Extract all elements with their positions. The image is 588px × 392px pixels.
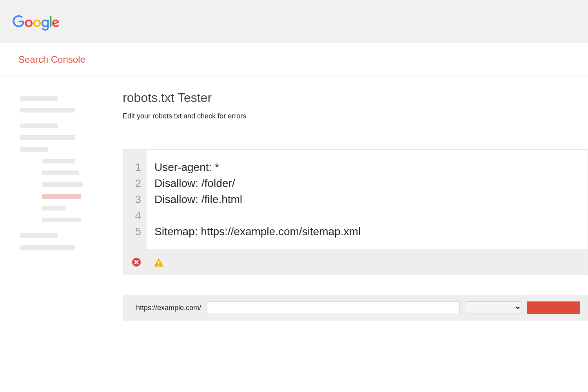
line-number: 2 (123, 175, 147, 191)
code-line[interactable]: Disallow: /folder/ (154, 175, 588, 191)
editor-status-bar (123, 249, 588, 275)
robots-editor[interactable]: 1 2 3 4 5 User-agent: * Disallow: /folde… (123, 149, 588, 249)
page-subtitle: Edit your robots.txt and check for error… (123, 112, 588, 120)
error-icon (132, 258, 141, 267)
warning-icon (154, 258, 164, 267)
code-line[interactable] (154, 207, 588, 223)
sidebar-active-item[interactable] (42, 194, 81, 199)
google-logo (13, 14, 60, 34)
svg-rect-2 (158, 265, 160, 266)
sidebar-skeleton-subitem (42, 218, 81, 222)
sidebar-skeleton-item (20, 96, 58, 101)
svg-rect-1 (158, 261, 160, 264)
code-line[interactable]: User-agent: * (154, 159, 588, 175)
sidebar-skeleton-item (20, 233, 58, 238)
url-test-bar: https://example.com/ (123, 295, 588, 321)
line-number: 3 (123, 191, 147, 207)
test-button[interactable] (527, 301, 580, 314)
sidebar-skeleton-subitem (42, 182, 83, 187)
line-number: 4 (123, 207, 147, 223)
sidebar-skeleton-item (20, 123, 58, 128)
sidebar-skeleton-item (20, 147, 48, 152)
code-line[interactable]: Disallow: /file.html (154, 191, 588, 207)
sidebar-skeleton-item (20, 245, 75, 250)
sidebar-skeleton-subitem (42, 171, 79, 175)
sidebar-skeleton-item (20, 108, 75, 113)
product-name: Search Console (18, 54, 85, 65)
url-path-input[interactable] (207, 301, 460, 314)
sidebar-skeleton-item (20, 135, 75, 140)
page-title: robots.txt Tester (123, 91, 588, 105)
top-bar (0, 0, 588, 43)
line-number: 5 (123, 223, 147, 240)
user-agent-select[interactable] (466, 301, 521, 314)
main-content: robots.txt Tester Edit your robots.txt a… (110, 76, 588, 392)
line-number: 1 (123, 159, 147, 175)
url-prefix: https://example.com/ (136, 304, 201, 312)
editor-gutter: 1 2 3 4 5 (123, 150, 147, 249)
editor-code[interactable]: User-agent: * Disallow: /folder/ Disallo… (147, 150, 588, 249)
code-line[interactable]: Sitemap: https://example.com/sitemap.xml (154, 223, 588, 240)
sub-header: Search Console (0, 43, 588, 69)
sidebar (0, 76, 110, 392)
sidebar-skeleton-subitem (42, 206, 65, 211)
sidebar-skeleton-subitem (42, 159, 75, 163)
